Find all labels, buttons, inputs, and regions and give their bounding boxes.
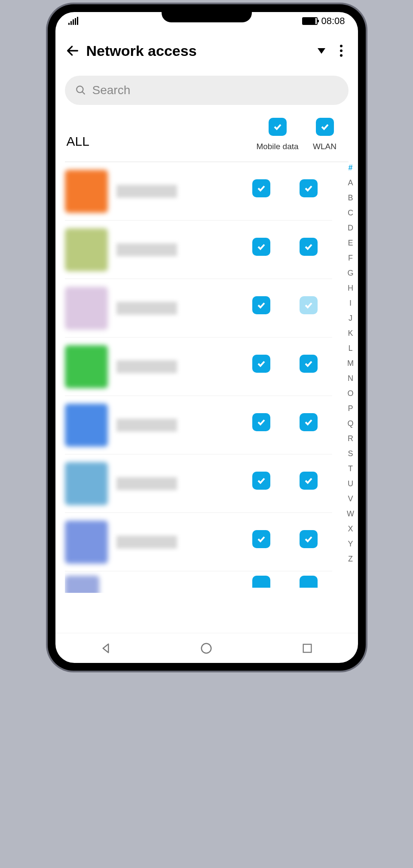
- search-icon: [75, 85, 86, 96]
- index-letter[interactable]: E: [348, 236, 353, 250]
- app-list[interactable]: [65, 162, 349, 593]
- back-button[interactable]: [63, 41, 82, 60]
- index-letter[interactable]: I: [349, 296, 352, 310]
- index-letter[interactable]: B: [348, 191, 353, 205]
- clock: 08:08: [321, 15, 345, 27]
- index-letter[interactable]: P: [348, 402, 353, 416]
- app-row[interactable]: [65, 337, 332, 396]
- index-letter[interactable]: X: [348, 522, 353, 536]
- index-letter[interactable]: M: [347, 356, 354, 371]
- battery-icon: [302, 17, 318, 25]
- header: Network access: [55, 30, 358, 71]
- toggle-mobile[interactable]: [252, 179, 270, 197]
- app-row[interactable]: [65, 454, 332, 513]
- app-icon: [65, 287, 108, 330]
- all-label: ALL: [65, 134, 254, 151]
- status-right: 08:08: [302, 15, 345, 27]
- app-row[interactable]: [65, 571, 332, 593]
- index-letter[interactable]: R: [348, 432, 353, 446]
- search-placeholder: Search: [92, 83, 131, 97]
- page-title: Network access: [86, 43, 318, 59]
- index-letter[interactable]: V: [348, 492, 353, 506]
- toggle-mobile[interactable]: [252, 355, 270, 373]
- col-wlan-label: WLAN: [313, 142, 337, 151]
- index-letter[interactable]: F: [348, 251, 353, 265]
- toggle-wlan[interactable]: [300, 576, 318, 588]
- col-mobile: Mobile data: [254, 118, 301, 151]
- index-letter[interactable]: A: [348, 176, 353, 190]
- toggle-wlan[interactable]: [300, 413, 318, 431]
- app-icon: [65, 576, 99, 593]
- nav-back-button[interactable]: [98, 641, 113, 656]
- app-row[interactable]: [65, 396, 332, 454]
- toggle-mobile[interactable]: [252, 238, 270, 256]
- index-letter[interactable]: D: [348, 221, 353, 235]
- app-icon: [65, 345, 108, 388]
- index-letter[interactable]: Z: [348, 552, 353, 566]
- toggle-wlan[interactable]: [300, 296, 318, 314]
- app-name-redacted: [116, 419, 177, 432]
- index-letter[interactable]: H: [348, 281, 353, 295]
- more-menu-button[interactable]: [337, 42, 345, 59]
- nav-bar: [55, 633, 358, 663]
- nav-home-button[interactable]: [199, 641, 214, 656]
- triangle-back-icon: [99, 642, 112, 655]
- content: ALL Mobile data WLAN #ABCDEFGHIJKLMNOPQR…: [55, 118, 358, 633]
- app-row[interactable]: [65, 221, 332, 279]
- col-mobile-label: Mobile data: [256, 142, 298, 151]
- index-letter[interactable]: S: [348, 447, 353, 461]
- index-letter[interactable]: T: [348, 462, 353, 476]
- app-icon: [65, 462, 108, 505]
- toggle-all-wlan[interactable]: [316, 118, 334, 136]
- app-row[interactable]: [65, 279, 332, 337]
- app-name-redacted: [116, 477, 177, 490]
- app-icon: [65, 521, 108, 564]
- square-recent-icon: [301, 642, 313, 654]
- index-letter[interactable]: O: [347, 386, 353, 401]
- svg-point-1: [202, 643, 211, 653]
- arrow-left-icon: [65, 43, 80, 58]
- nav-recent-button[interactable]: [300, 641, 315, 656]
- index-bar[interactable]: #ABCDEFGHIJKLMNOPQRSTUVWXYZ: [343, 161, 358, 633]
- index-letter[interactable]: J: [349, 311, 352, 325]
- index-letter[interactable]: N: [348, 371, 353, 386]
- toggle-wlan[interactable]: [300, 355, 318, 373]
- screen: 08:08 Network access Search ALL Mobile d…: [55, 12, 358, 663]
- index-letter[interactable]: Q: [347, 417, 353, 431]
- index-letter[interactable]: C: [348, 206, 353, 220]
- toggle-wlan[interactable]: [300, 179, 318, 197]
- app-row[interactable]: [65, 162, 332, 221]
- app-name-redacted: [116, 185, 177, 198]
- toggle-mobile[interactable]: [252, 296, 270, 314]
- app-row[interactable]: [65, 513, 332, 571]
- index-letter[interactable]: Y: [348, 537, 353, 551]
- toggle-mobile[interactable]: [252, 472, 270, 490]
- app-name-redacted: [116, 243, 177, 256]
- toggle-mobile[interactable]: [252, 530, 270, 548]
- index-letter[interactable]: #: [348, 161, 352, 175]
- index-letter[interactable]: K: [348, 326, 353, 340]
- app-icon: [65, 170, 108, 213]
- index-letter[interactable]: G: [347, 266, 353, 280]
- toggle-wlan[interactable]: [300, 472, 318, 490]
- app-name-redacted: [116, 302, 177, 315]
- app-name-redacted: [116, 360, 177, 373]
- toggle-mobile[interactable]: [252, 576, 270, 588]
- toggle-all-mobile[interactable]: [269, 118, 287, 136]
- index-letter[interactable]: U: [348, 477, 353, 491]
- phone-frame: 08:08 Network access Search ALL Mobile d…: [48, 4, 366, 671]
- index-letter[interactable]: W: [347, 507, 354, 521]
- notch: [162, 4, 252, 22]
- index-letter[interactable]: L: [348, 341, 352, 356]
- column-header: ALL Mobile data WLAN: [65, 118, 349, 162]
- sort-dropdown[interactable]: [318, 48, 325, 54]
- search-input[interactable]: Search: [65, 76, 349, 105]
- toggle-wlan[interactable]: [300, 238, 318, 256]
- col-wlan: WLAN: [301, 118, 349, 151]
- signal-icon: [68, 17, 78, 25]
- svg-rect-2: [303, 644, 312, 652]
- app-name-redacted: [116, 536, 177, 549]
- circle-home-icon: [200, 642, 213, 655]
- toggle-wlan[interactable]: [300, 530, 318, 548]
- toggle-mobile[interactable]: [252, 413, 270, 431]
